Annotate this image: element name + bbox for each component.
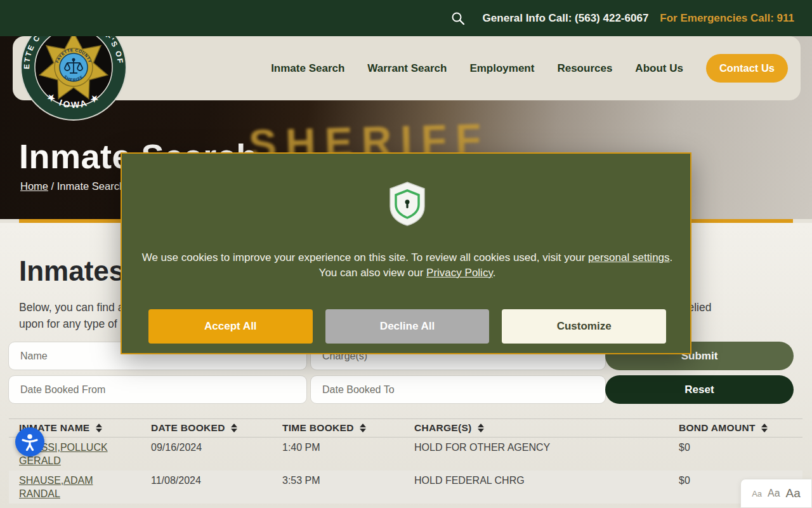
font-size-medium-button[interactable]: Aa	[768, 488, 780, 499]
sort-header-charges[interactable]: CHARGE(S)	[414, 422, 484, 434]
nav-item-about-us[interactable]: About Us	[635, 62, 683, 75]
sort-icon	[96, 424, 102, 432]
inmates-heading: Inmates	[19, 255, 124, 287]
cookie-consent-modal: We use cookies to improve your experienc…	[121, 152, 691, 354]
personal-settings-link[interactable]: personal settings	[588, 251, 670, 264]
sort-header-bond-amount[interactable]: BOND AMOUNT	[679, 422, 768, 434]
cookie-message: We use cookies to improve your experienc…	[138, 250, 677, 281]
general-info-phone[interactable]: General Info Call: (563) 422-6067	[483, 12, 649, 25]
nav-item-warrant-search[interactable]: Warrant Search	[367, 62, 447, 75]
date-booked-cell: 11/08/2024	[141, 471, 272, 504]
nav-item-resources[interactable]: Resources	[557, 62, 612, 75]
reset-button[interactable]: Reset	[605, 375, 794, 404]
cookie-buttons: Accept All Decline All Customize	[148, 309, 666, 344]
time-booked-cell: 3:53 PM	[272, 471, 404, 504]
breadcrumb-separator: /	[48, 180, 57, 192]
charges-cell: HOLD FOR OTHER AGENCY	[404, 438, 669, 471]
accessibility-widget-button[interactable]	[15, 427, 44, 457]
sort-header-time-booked[interactable]: TIME BOOKED	[282, 422, 366, 434]
customize-button[interactable]: Customize	[502, 309, 666, 344]
top-info-bar: General Info Call: (563) 422-6067 For Em…	[0, 0, 812, 36]
bond-amount-cell: $0	[669, 438, 802, 471]
date-booked-to-input[interactable]	[310, 375, 606, 404]
breadcrumb: Home / Inmate Search	[20, 180, 125, 192]
inmate-name-link[interactable]: SHAUSE,ADAM RANDAL	[19, 475, 93, 499]
date-booked-from-input[interactable]	[8, 375, 307, 404]
table-header-row: INMATE NAME DATE BOOKED TIME BOOKED CHAR…	[9, 419, 802, 438]
main-navigation: Inmate Search Warrant Search Employment …	[13, 36, 801, 100]
privacy-policy-link[interactable]: Privacy Policy	[426, 267, 493, 279]
font-size-large-button[interactable]: Aa	[786, 486, 801, 500]
font-size-small-button[interactable]: Aa	[752, 489, 762, 498]
time-booked-cell: 5:42 PM	[272, 504, 404, 508]
time-booked-cell: 1:40 PM	[272, 438, 404, 471]
sort-icon	[761, 424, 768, 432]
search-icon[interactable]	[451, 11, 466, 26]
inmates-table: INMATE NAME DATE BOOKED TIME BOOKED CHAR…	[9, 418, 802, 508]
date-booked-cell: 12/22/2024	[141, 504, 272, 508]
decline-all-button[interactable]: Decline All	[325, 309, 490, 344]
contact-us-button[interactable]: Contact Us	[706, 54, 788, 83]
breadcrumb-current: Inmate Search	[57, 180, 125, 192]
table-row: GRASSI,POLLUCK GERALD 09/16/2024 1:40 PM…	[9, 438, 802, 471]
nav-item-inmate-search[interactable]: Inmate Search	[271, 62, 344, 75]
sort-icon	[478, 424, 484, 432]
date-booked-cell: 09/16/2024	[141, 438, 272, 471]
sort-icon	[231, 424, 237, 432]
sort-header-date-booked[interactable]: DATE BOOKED	[151, 422, 237, 434]
privacy-shield-icon	[386, 181, 428, 229]
breadcrumb-home-link[interactable]: Home	[20, 180, 48, 192]
sort-icon	[360, 424, 366, 432]
accept-all-button[interactable]: Accept All	[148, 309, 313, 344]
nav-item-employment[interactable]: Employment	[469, 62, 534, 75]
table-row: JORDAN,JOSH LEE 12/22/2024 5:42 PM POSS …	[9, 504, 802, 508]
charges-cell: HOLD FEDERAL CHRG	[404, 471, 669, 504]
charges-cell: POSS CNTL SUBST-1,2,3RD	[404, 504, 669, 508]
accessibility-person-icon	[21, 433, 39, 451]
emergency-phone: For Emergencies Call: 911	[660, 12, 794, 25]
table-row: SHAUSE,ADAM RANDAL 11/08/2024 3:53 PM HO…	[9, 471, 802, 504]
font-size-widget: Aa Aa Aa	[740, 479, 812, 508]
